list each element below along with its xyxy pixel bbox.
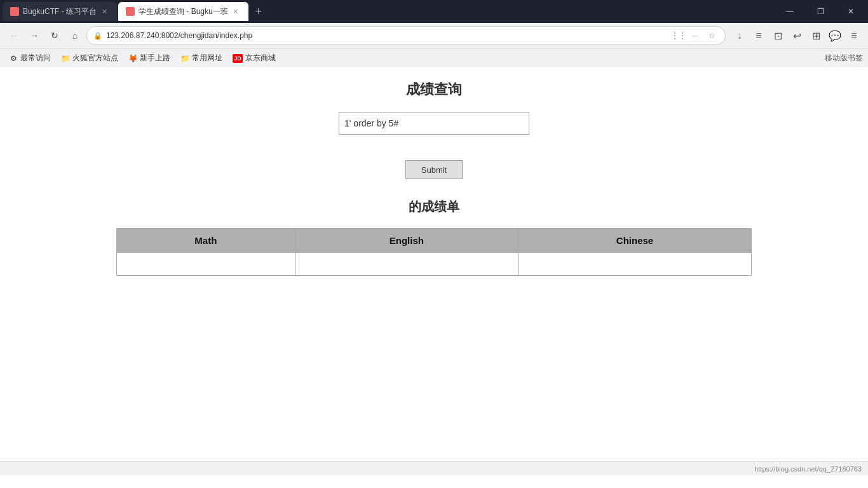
bookmark-jd[interactable]: JD 京东商城 <box>229 51 280 65</box>
col-math: Math <box>117 229 295 253</box>
address-actions: ⋮⋮ ··· ☆ <box>672 29 719 43</box>
close-button[interactable]: ✕ <box>836 0 865 23</box>
table-row <box>117 253 752 276</box>
tab-2-favicon <box>126 7 135 16</box>
page-content: 成绩查询 Submit 的成绩单 Math English Chinese <box>0 67 868 461</box>
page-title: 成绩查询 <box>406 80 462 99</box>
submit-button[interactable]: Submit <box>405 160 463 179</box>
chat-icon[interactable]: 💬 <box>826 27 844 44</box>
nav-bar: ← → ↻ ⌂ 🔒 123.206.87.240:8002/chengjidan… <box>0 23 868 48</box>
mobile-bookmarks[interactable]: 移动版书签 <box>825 53 863 64</box>
crop-icon[interactable]: ⊞ <box>807 27 825 44</box>
cell-math <box>117 253 295 276</box>
forward-button[interactable]: → <box>25 27 43 44</box>
sidebar-icon[interactable]: ≡ <box>750 27 768 44</box>
col-english: English <box>295 229 518 253</box>
bookmark-most-visited[interactable]: ⚙ 最常访问 <box>5 51 55 65</box>
tab-1-favicon <box>10 7 19 16</box>
menu-icon[interactable]: ≡ <box>845 27 863 44</box>
folder2-icon: 📁 <box>180 54 189 63</box>
bookmark-common-sites-label: 常用网址 <box>192 53 222 64</box>
jd-icon: JD <box>233 54 243 63</box>
nav-right: ↓ ≡ ⊡ ↩ ⊞ 💬 ≡ <box>731 27 863 44</box>
window-controls: — ❐ ✕ <box>775 0 865 23</box>
grid-icon[interactable]: ⋮⋮ <box>672 29 686 43</box>
back-button[interactable]: ← <box>5 27 23 44</box>
fox-icon: 🦊 <box>128 54 137 63</box>
table-header-row: Math English Chinese <box>117 229 752 253</box>
tab-1-close[interactable]: ✕ <box>99 6 109 17</box>
result-title: 的成绩单 <box>409 198 459 215</box>
bookmarks-bar: ⚙ 最常访问 📁 火狐官方站点 🦊 新手上路 📁 常用网址 JD 京东商城 移动… <box>0 48 868 67</box>
grade-table: Math English Chinese <box>116 228 752 276</box>
bookmark-firefox[interactable]: 📁 火狐官方站点 <box>57 51 122 65</box>
refresh-button[interactable]: ↻ <box>46 27 64 44</box>
search-input[interactable] <box>339 112 529 135</box>
maximize-button[interactable]: ❐ <box>806 0 835 23</box>
download-icon[interactable]: ↓ <box>731 27 749 44</box>
bookmark-jd-label: 京东商城 <box>245 53 276 64</box>
minimize-button[interactable]: — <box>775 0 804 23</box>
tab-bar: BugkuCTF - 练习平台 ✕ 学生成绩查询 - Bugku一班 ✕ + —… <box>0 0 868 23</box>
tab-2[interactable]: 学生成绩查询 - Bugku一班 ✕ <box>118 2 248 21</box>
split-icon[interactable]: ⊡ <box>769 27 787 44</box>
home-button[interactable]: ⌂ <box>66 27 84 44</box>
bookmark-beginner[interactable]: 🦊 新手上路 <box>125 51 174 65</box>
status-url: https://blog.csdn.net/qq_27180763 <box>754 465 862 473</box>
bookmark-beginner-label: 新手上路 <box>140 53 170 64</box>
folder-icon: 📁 <box>61 54 70 63</box>
tab-1[interactable]: BugkuCTF - 练习平台 ✕ <box>3 2 117 21</box>
browser-chrome: BugkuCTF - 练习平台 ✕ 学生成绩查询 - Bugku一班 ✕ + —… <box>0 0 868 475</box>
tab-2-title: 学生成绩查询 - Bugku一班 <box>139 6 228 17</box>
star-icon[interactable]: ☆ <box>705 29 719 43</box>
address-text: 123.206.87.240:8002/chengjidan/index.php <box>106 31 668 40</box>
address-bar[interactable]: 🔒 123.206.87.240:8002/chengjidan/index.p… <box>86 26 726 45</box>
lock-icon: 🔒 <box>93 32 102 40</box>
new-tab-button[interactable]: + <box>250 3 268 20</box>
undo-icon[interactable]: ↩ <box>788 27 806 44</box>
bookmark-firefox-label: 火狐官方站点 <box>72 53 118 64</box>
bookmark-most-visited-label: 最常访问 <box>20 53 51 64</box>
col-chinese: Chinese <box>519 229 752 253</box>
status-bar: https://blog.csdn.net/qq_27180763 <box>0 461 868 475</box>
cell-chinese <box>519 253 752 276</box>
more-icon[interactable]: ··· <box>688 29 702 43</box>
cell-english <box>295 253 518 276</box>
tab-2-close[interactable]: ✕ <box>231 6 241 17</box>
tab-1-title: BugkuCTF - 练习平台 <box>23 6 97 17</box>
gear-icon: ⚙ <box>9 54 18 63</box>
bookmark-common-sites[interactable]: 📁 常用网址 <box>177 51 226 65</box>
